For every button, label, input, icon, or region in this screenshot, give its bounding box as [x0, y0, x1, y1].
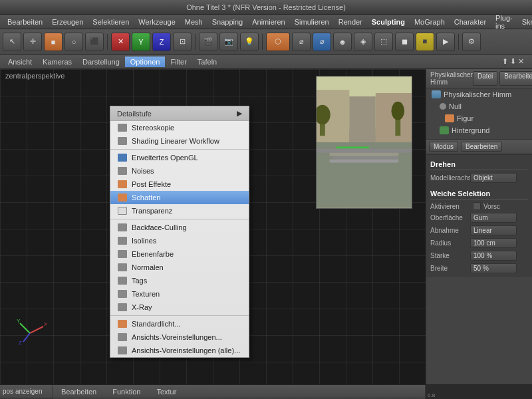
toolbar-light-btn[interactable]: 💡 [240, 33, 259, 51]
view-tab-kameras[interactable]: Kameras [37, 57, 77, 67]
dropdown-tags[interactable]: Tags [110, 274, 249, 287]
toolbar-render-btn[interactable]: ▶ [436, 33, 455, 51]
menu-animieren[interactable]: Animieren [247, 17, 290, 27]
dropdown-posteffekte[interactable]: Post Effekte [110, 178, 249, 191]
view-tab-filter[interactable]: Filter [165, 57, 192, 67]
menu-bearbeiten[interactable]: Bearbeiten [3, 17, 47, 27]
dropdown-backface[interactable]: Backface-Culling [110, 221, 249, 234]
view-tab-ansicht[interactable]: Ansicht [3, 57, 37, 67]
menu-mograph[interactable]: MoGraph [410, 17, 450, 27]
viewport-photo [316, 76, 412, 209]
gum-value[interactable]: Gum [470, 213, 517, 223]
dropdown-noises[interactable]: Noises [110, 164, 249, 178]
viewport: zentralperspektive [0, 69, 426, 384]
mode-bar: Modus Bearbeiten [426, 140, 532, 154]
toolbar-y-btn[interactable]: Y [132, 33, 150, 51]
dropdown-isolines[interactable]: Isolines [110, 234, 249, 247]
dropdown-schatten[interactable]: Schatten [110, 191, 249, 204]
toolbar-film-btn[interactable]: 🎬 [199, 33, 217, 51]
menu-simulieren[interactable]: Simulieren [290, 17, 334, 27]
dropdown-sep1 [110, 149, 249, 150]
toolbar-camera-btn[interactable]: 📷 [219, 33, 238, 51]
scene-item-hintergrund[interactable]: Hintergrund [426, 124, 532, 136]
view-tab-darstellung[interactable]: Darstellung [77, 57, 125, 67]
scene-item-sky[interactable]: Physikalischer Himm [426, 88, 532, 100]
tab-textur[interactable]: Textur [151, 386, 182, 397]
dropdown-label-ebenenfarbe: Ebenenfarbe [132, 250, 174, 258]
scene-item-figur[interactable]: Figur [426, 112, 532, 124]
linear-value[interactable]: Linear [470, 225, 517, 235]
toolbar-mograph-btn[interactable]: ⬚ [374, 33, 393, 51]
toolbar-sculpt-btn[interactable]: ◈ [354, 33, 372, 51]
menu-plugins[interactable]: Plug-ins [491, 13, 517, 31]
dropdown-label-tags: Tags [132, 277, 147, 285]
aktivieren-row: Aktivieren Vorsc [430, 201, 528, 211]
dropdown-shading[interactable]: Shading Linearer Workflow [110, 134, 249, 148]
bearbeiten-btn[interactable]: Bearbeiten [499, 71, 532, 86]
menu-sculpting[interactable]: Sculpting [367, 17, 410, 27]
abnahme-label: Abnahme [430, 227, 470, 234]
toolbar-cursor-btn[interactable]: ↖ [3, 33, 21, 51]
toolbar-field-btn[interactable]: ◼ [395, 33, 414, 51]
bg-icon [440, 126, 449, 134]
dropdown-texturen[interactable]: Texturen [110, 287, 249, 301]
radius-value[interactable]: 100 cm [470, 238, 517, 248]
flaeche-row: Oberfläche Gum [430, 211, 528, 224]
dropdown-ebenenfarbe[interactable]: Ebenenfarbe [110, 247, 249, 261]
view-tab-tafeln[interactable]: Tafeln [192, 57, 222, 67]
dropdown-stereoskopie[interactable]: Stereoskopie [110, 121, 249, 134]
modus-btn[interactable]: Modus [429, 142, 458, 152]
toolbar-deform-btn[interactable]: ⌀ [313, 33, 331, 51]
toolbar-cube-btn[interactable]: ■ [44, 33, 63, 51]
dropdown-ansichts-all[interactable]: Ansichts-Voreinstellungen (alle)... [110, 344, 249, 357]
svg-rect-10 [330, 153, 399, 156]
right-panel-header: Physikalischer Himm Datei Bearbeiten [426, 69, 532, 88]
svg-line-16 [20, 323, 30, 333]
title-text: Ohne Titel 3 * (NFR Version - Restricted… [186, 3, 346, 11]
toolbar-poly-btn[interactable]: ⬡ [266, 33, 290, 51]
bearbeiten-mode-btn[interactable]: Bearbeiten [461, 142, 502, 152]
tab-bearbeiten[interactable]: Bearbeiten [56, 386, 102, 397]
breite-value[interactable]: 50 % [470, 263, 517, 273]
shading-icon [117, 136, 128, 146]
dropdown-normalen[interactable]: Normalen [110, 261, 249, 274]
menu-render[interactable]: Render [334, 17, 367, 27]
dropdown-header-label: Detailstufe [117, 110, 152, 118]
menu-selektieren[interactable]: Selektieren [88, 17, 134, 27]
view-tab-optionen[interactable]: Optionen [125, 57, 166, 67]
starke-value[interactable]: 100 % [470, 251, 517, 261]
starke-label: Stärke [430, 252, 470, 259]
dropdown-transparenz[interactable]: Transparenz [110, 204, 249, 217]
dropdown-xray[interactable]: X-Ray [110, 301, 249, 314]
properties-panel: Drehen Modellierachse Objekt Weiche Sele… [426, 154, 532, 277]
menu-mesh[interactable]: Mesh [180, 17, 207, 27]
menu-charakter[interactable]: Charakter [450, 17, 491, 27]
main-area: zentralperspektive [0, 69, 532, 384]
datei-btn[interactable]: Datei [473, 71, 497, 86]
fig-icon [445, 114, 454, 122]
scene-item-null[interactable]: Null [426, 100, 532, 112]
dropdown-ansichts-vor[interactable]: Ansichts-Voreinstellungen... [110, 331, 249, 344]
toolbar-move-btn[interactable]: ✛ [23, 33, 42, 51]
aktivieren-checkbox[interactable] [473, 202, 481, 210]
toolbar-x-btn[interactable]: ✕ [111, 33, 130, 51]
obj-value[interactable]: Objekt [470, 173, 517, 183]
dropdown-opengl[interactable]: Erweitertes OpenGL [110, 151, 249, 164]
toolbar-nurbs-btn[interactable]: ⌀ [292, 33, 311, 51]
toolbar-sphere-btn[interactable]: ○ [65, 33, 83, 51]
tab-funktion[interactable]: Funktion [107, 386, 146, 397]
menu-snapping[interactable]: Snapping [207, 17, 248, 27]
svg-text:X: X [44, 321, 47, 327]
toolbar-settings-btn[interactable]: ⚙ [462, 33, 481, 51]
toolbar-z-btn[interactable]: Z [152, 33, 171, 51]
toolbar-cylinder-btn[interactable]: ⬛ [85, 33, 104, 51]
toolbar-sim-btn[interactable]: ◾ [416, 33, 434, 51]
menu-erzeugen[interactable]: Erzeugen [47, 17, 88, 27]
menu-werkzeuge[interactable]: Werkzeuge [134, 17, 180, 27]
toolbar-character-btn[interactable]: ☻ [333, 33, 352, 51]
radius-label: Radius [430, 239, 470, 247]
dropdown-label-shading: Shading Linearer Workflow [132, 137, 219, 145]
dropdown-standardlicht[interactable]: Standardlicht... [110, 317, 249, 331]
toolbar-scale-btn[interactable]: ⊡ [173, 33, 192, 51]
menu-skript[interactable]: Skript [517, 17, 532, 27]
